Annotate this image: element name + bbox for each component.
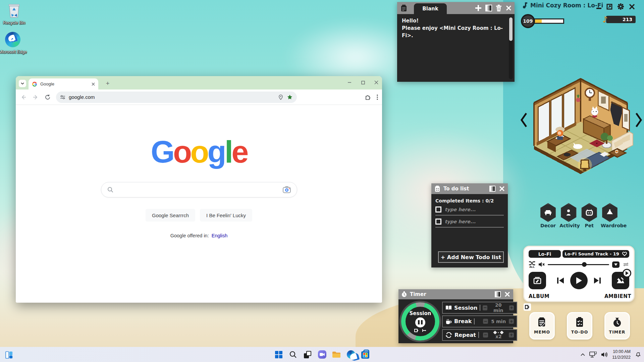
room-next-arrow[interactable] <box>635 111 643 129</box>
memo-dock-button[interactable]: MEMO <box>529 312 555 340</box>
forward-button[interactable] <box>32 94 39 101</box>
repeat-plus-button[interactable]: + <box>509 333 514 338</box>
pet-button[interactable]: Pet <box>580 203 598 228</box>
timer-pause-button[interactable] <box>415 317 425 327</box>
todo-checkbox[interactable] <box>435 219 441 225</box>
break-plus-button[interactable]: + <box>509 319 514 324</box>
play-button[interactable] <box>570 272 588 289</box>
volume-icon[interactable] <box>601 352 608 357</box>
location-icon[interactable] <box>278 95 283 100</box>
memo-icon <box>536 316 548 328</box>
memo-line: Please enjoy <Mini Cozy Room : Lo-Fi>. <box>402 25 510 40</box>
cozy-screenshot-button[interactable] <box>606 4 612 10</box>
popout-add-button[interactable] <box>524 303 531 311</box>
memo-close-icon[interactable] <box>505 5 512 11</box>
memo-scrollbar[interactable] <box>509 17 513 79</box>
start-button[interactable] <box>274 350 283 359</box>
memo-window-icon <box>400 4 408 12</box>
repeat-button[interactable] <box>623 262 629 267</box>
volume-slider-knob[interactable] <box>582 262 587 267</box>
site-settings-tune-icon[interactable] <box>60 95 65 100</box>
session-minus-button[interactable]: − <box>483 305 487 310</box>
window-minimize-button[interactable] <box>344 76 355 89</box>
break-minus-button[interactable]: − <box>483 319 488 324</box>
previous-track-button[interactable] <box>556 277 565 284</box>
decor-button[interactable]: Decor <box>539 203 557 228</box>
mute-button[interactable] <box>538 262 545 267</box>
back-button[interactable] <box>20 94 27 101</box>
bookmark-star-icon[interactable] <box>287 94 293 100</box>
google-search-input[interactable] <box>117 187 279 193</box>
shuffle-button[interactable]: ALL <box>529 261 535 268</box>
add-new-todo-button[interactable]: + Add New Todo list <box>438 251 504 263</box>
track-pill[interactable]: Lo-Fi Sound Track - 19 <box>562 250 629 258</box>
next-track-button[interactable] <box>593 277 601 284</box>
favorite-heart-icon[interactable] <box>622 252 627 256</box>
task-view-button[interactable] <box>303 350 312 359</box>
address-bar[interactable]: google.com <box>56 92 297 103</box>
todo-item-input[interactable] <box>445 207 492 212</box>
todo-close-icon[interactable] <box>499 186 505 192</box>
menu-three-dots-icon[interactable] <box>377 95 378 100</box>
cozy-settings-gear-icon[interactable] <box>618 3 624 10</box>
todo-completed-count: Completed Items : 0/2 <box>435 198 504 203</box>
memo-titlebar[interactable]: Blank <box>397 2 515 14</box>
genre-pill[interactable]: Lo-Fi <box>529 250 561 258</box>
extensions-icon[interactable] <box>365 94 371 100</box>
microsoft-store-button[interactable] <box>361 350 370 359</box>
session-plus-button[interactable]: + <box>509 305 514 310</box>
trash-icon[interactable] <box>496 5 502 11</box>
room-prev-arrow[interactable] <box>520 111 528 129</box>
taskbar-clock[interactable]: 10:00 AM 11/2/2022 <box>612 349 631 360</box>
playlist-dropdown-button[interactable] <box>612 261 620 268</box>
new-tab-button[interactable]: + <box>104 79 112 87</box>
todo-dock-button[interactable]: TO-DO <box>567 312 592 340</box>
taskbar-widgets-button[interactable] <box>4 350 14 360</box>
window-maximize-button[interactable] <box>357 76 369 89</box>
memo-tab-blank[interactable]: Blank <box>414 3 447 14</box>
teams-chat-button[interactable] <box>318 350 326 359</box>
memo-content[interactable]: Hello! Please enjoy <Mini Cozy Room : Lo… <box>397 14 515 43</box>
memo-color-icon[interactable] <box>485 5 492 11</box>
memo-scrollbar-thumb[interactable] <box>509 17 513 41</box>
timer-close-icon[interactable] <box>504 291 510 297</box>
player-expand-button[interactable] <box>623 269 631 278</box>
timer-dock-button[interactable]: TIMER <box>604 312 630 340</box>
cozy-minimize-button[interactable] <box>596 8 601 9</box>
google-lens-camera-icon[interactable] <box>283 186 291 193</box>
network-icon[interactable] <box>589 352 597 358</box>
google-search-box[interactable] <box>101 182 297 197</box>
repeat-minus-button[interactable]: − <box>483 333 488 338</box>
add-memo-icon[interactable] <box>475 5 482 11</box>
language-link-english[interactable]: English <box>212 233 228 238</box>
google-search-button[interactable]: Google Searrrch <box>146 209 195 222</box>
cozy-room-scene[interactable] <box>525 72 636 178</box>
timer-titlebar[interactable]: Timer <box>398 289 513 299</box>
timer-color-icon[interactable] <box>495 291 501 297</box>
notification-bell-icon[interactable]: z <box>635 351 641 358</box>
todo-item-input[interactable] <box>445 219 492 224</box>
browser-tab-google[interactable]: Google <box>29 78 98 89</box>
cozy-close-button[interactable] <box>629 4 635 10</box>
feeling-lucky-button[interactable]: I Be Feelin' Lucky <box>200 209 252 222</box>
timer-restart-icon[interactable] <box>414 328 419 333</box>
xp-progress-bar <box>533 18 564 24</box>
todo-color-icon[interactable] <box>489 186 495 192</box>
album-button[interactable] <box>529 272 546 289</box>
tray-chevron-up-icon[interactable] <box>581 353 585 356</box>
todo-titlebar[interactable]: To do list <box>431 183 508 194</box>
taskbar-search-button[interactable] <box>289 350 298 359</box>
tab-search-button[interactable] <box>19 80 26 87</box>
timer-skip-icon[interactable] <box>422 328 426 333</box>
edge-taskbar-button[interactable] <box>346 350 355 359</box>
tab-close-icon[interactable] <box>92 82 95 86</box>
file-explorer-button[interactable] <box>332 350 341 359</box>
todo-checkbox[interactable] <box>435 206 441 213</box>
reload-button[interactable] <box>44 94 51 101</box>
url-text[interactable]: google.com <box>69 94 275 100</box>
activity-button[interactable]: Activity <box>559 203 578 228</box>
volume-slider[interactable] <box>548 264 609 265</box>
caret-down-icon <box>614 263 618 266</box>
wardrobe-button[interactable]: Wardrobe <box>601 203 619 228</box>
window-close-button[interactable] <box>371 76 382 89</box>
